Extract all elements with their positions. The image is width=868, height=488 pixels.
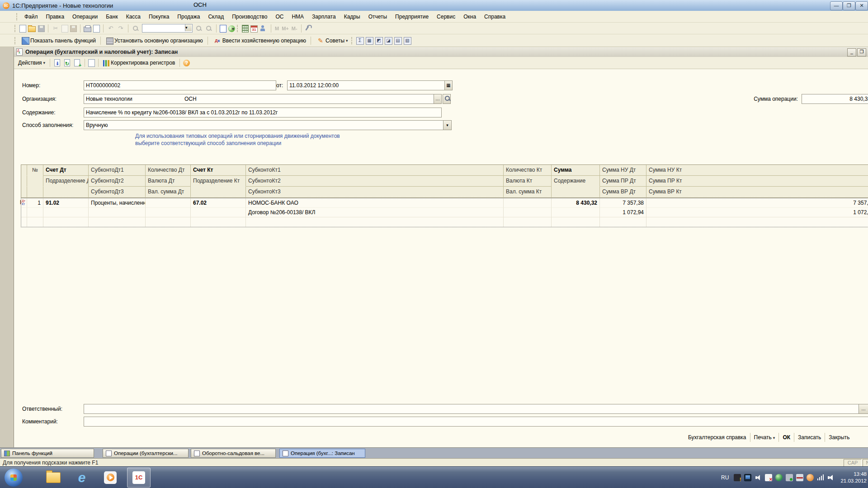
accounting-reference-button[interactable]: Бухгалтерская справка	[684, 433, 750, 442]
find-combobox[interactable]	[142, 24, 193, 33]
taskbar-explorer-button[interactable]	[42, 468, 65, 488]
posting-row[interactable]: ДтКт 1 91.02 Проценты, начисленные по кр…	[21, 198, 868, 227]
memory-plus-button[interactable]: M+	[280, 26, 290, 31]
balance-sheet-icon[interactable]: ▦	[366, 37, 373, 45]
menu-production[interactable]: Производство	[228, 12, 271, 21]
document-structure-icon[interactable]	[88, 59, 95, 67]
user-permissions-icon[interactable]	[259, 24, 268, 33]
menu-enterprise[interactable]: Предприятие	[391, 12, 433, 21]
menu-warehouse[interactable]: Склад	[204, 12, 228, 21]
card-reader-icon[interactable]	[796, 474, 803, 481]
memory-minus-button[interactable]: M-	[290, 26, 299, 31]
account-analysis-icon[interactable]: ◩	[375, 37, 383, 45]
menu-salary[interactable]: Зарплата	[308, 12, 340, 21]
subconto-dt1-cell[interactable]: Проценты, начисленные по кред...	[89, 198, 146, 208]
sum-nu-dt-cell[interactable]: 7 357,38	[600, 198, 646, 208]
taskbar-media-player-button[interactable]	[99, 468, 122, 488]
menu-sale[interactable]: Продажа	[173, 12, 204, 21]
sum-cell[interactable]: 8 430,32	[552, 198, 600, 208]
enter-business-operation-button[interactable]: Дк Ввести хозяйственную операцию	[210, 36, 308, 46]
sum-pr-dt-cell[interactable]: 1 072,94	[600, 208, 646, 217]
tab-operation-document[interactable]: Операция (бухг...: Записан	[279, 449, 365, 458]
menu-edit[interactable]: Правка	[42, 12, 69, 21]
fill-method-combobox[interactable]: Вручную ▾	[84, 120, 452, 130]
date-input[interactable]: 11.03.2012 12:00:00	[287, 80, 448, 90]
subconto-kt1-cell[interactable]: НОМОС-БАНК ОАО	[246, 198, 504, 208]
menu-nma[interactable]: НМА	[288, 12, 308, 21]
maximize-button[interactable]: ❐	[843, 1, 855, 10]
close-button[interactable]: ✕	[855, 1, 868, 10]
menu-cash[interactable]: Касса	[122, 12, 145, 21]
taskbar-ie-button[interactable]: e	[70, 468, 94, 488]
safely-remove-hardware-icon[interactable]	[786, 474, 793, 481]
doc-minimize-button[interactable]: _	[847, 48, 856, 56]
minimize-button[interactable]: —	[830, 1, 843, 10]
account-dt-cell[interactable]: 91.02	[43, 198, 89, 208]
organization-select-button[interactable]: …	[434, 94, 442, 104]
network-globe-icon[interactable]	[775, 474, 783, 481]
print-preview-icon[interactable]	[93, 25, 100, 33]
print-button[interactable]: Печать	[750, 433, 779, 442]
signal-strength-icon[interactable]	[817, 474, 824, 481]
calculator-icon[interactable]	[242, 25, 249, 33]
sum-pr-kt-cell[interactable]: 1 072,94	[646, 208, 868, 217]
menu-windows[interactable]: Окна	[459, 12, 480, 21]
copy-document-icon[interactable]	[73, 59, 81, 67]
sum-nu-kt-cell[interactable]: 7 357,38	[646, 198, 868, 208]
copy-icon[interactable]	[61, 25, 68, 33]
paste-icon[interactable]	[70, 25, 77, 32]
menu-help[interactable]: Справка	[480, 12, 509, 21]
tab-turnover-balance[interactable]: Оборотно-сальдовая ве...	[191, 449, 276, 458]
show-function-panel-button[interactable]: Показать панель функций	[19, 36, 98, 46]
start-button[interactable]	[5, 469, 23, 487]
comment-input[interactable]	[84, 417, 868, 427]
new-document-icon[interactable]	[19, 25, 26, 33]
account-kt-cell[interactable]: 67.02	[191, 198, 246, 208]
post-document-icon[interactable]	[63, 59, 71, 67]
actions-button[interactable]: Действия	[16, 59, 47, 67]
report-export-icon[interactable]: ▧	[404, 37, 411, 45]
tab-operations-journal[interactable]: Операции (бухгалтерски...	[103, 449, 189, 458]
tab-function-panel[interactable]: Панель функций	[1, 449, 94, 458]
menu-file[interactable]: Файл	[20, 12, 42, 21]
zoom-out-icon[interactable]	[205, 24, 213, 33]
display-settings-icon[interactable]	[744, 474, 751, 481]
organization-input[interactable]: Новые технологии ОСН	[84, 94, 436, 104]
menu-reports[interactable]: Отчеты	[364, 12, 391, 21]
menu-service[interactable]: Сервис	[433, 12, 459, 21]
action-center-icon[interactable]	[734, 474, 741, 481]
memory-recall-button[interactable]: M	[274, 26, 280, 31]
help-icon[interactable]: ?	[183, 60, 190, 66]
close-doc-button[interactable]: Закрыть	[825, 433, 853, 442]
subconto-kt2-cell[interactable]: Договор №206-00138/ ВКЛ	[246, 208, 504, 217]
quantity-kt-cell[interactable]	[504, 198, 552, 208]
ok-button[interactable]: ОК	[779, 433, 794, 442]
copy-format-icon[interactable]	[220, 25, 226, 33]
doc-restore-button[interactable]: ❐	[857, 48, 866, 56]
info-icon[interactable]: i	[228, 25, 235, 32]
calendar-icon[interactable]: 31	[250, 25, 258, 33]
pointer-device-icon[interactable]	[807, 474, 814, 481]
responsible-select-button[interactable]: …	[859, 404, 868, 414]
organization-search-button[interactable]	[443, 94, 451, 104]
language-indicator[interactable]: RU	[721, 474, 729, 481]
row-number-cell[interactable]: 1	[27, 198, 43, 208]
menu-os[interactable]: ОС	[271, 12, 288, 21]
set-main-org-button[interactable]: Установить основную организацию	[103, 36, 205, 46]
chevron-down-icon[interactable]: ▾	[443, 121, 451, 130]
notification-flag-icon[interactable]	[765, 474, 772, 481]
date-calendar-button[interactable]: ▦	[444, 80, 453, 90]
redo-icon[interactable]: ↷	[117, 24, 125, 33]
open-icon[interactable]	[28, 26, 36, 32]
number-input[interactable]: НТ000000002	[84, 80, 276, 90]
menu-purchase[interactable]: Покупка	[145, 12, 173, 21]
clock[interactable]: 13:48 21.03.2012	[840, 471, 867, 484]
save-icon[interactable]	[38, 25, 45, 32]
responsible-input[interactable]	[84, 404, 862, 414]
find-icon[interactable]	[132, 24, 140, 33]
volume-icon[interactable]	[827, 474, 835, 481]
account-card-icon[interactable]: ▤	[394, 37, 402, 45]
content-input[interactable]: Начисление % по кредиту №206-00138/ ВКЛ …	[84, 108, 442, 117]
tips-button[interactable]: ✎ Советы	[313, 36, 350, 46]
write-document-icon[interactable]	[53, 59, 61, 67]
